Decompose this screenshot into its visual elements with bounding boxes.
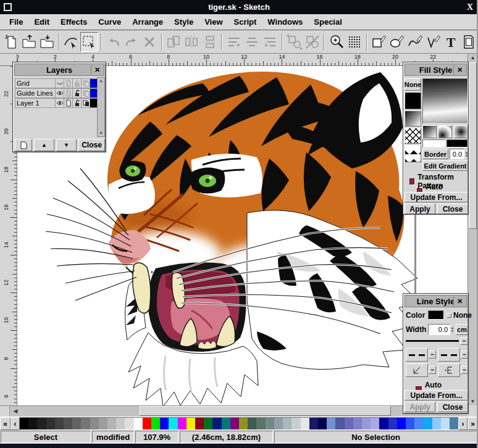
color-swatch[interactable] (64, 418, 72, 429)
lock-icon[interactable] (72, 78, 81, 88)
delete-button[interactable] (140, 32, 158, 52)
scroll-down-icon[interactable]: ▼ (469, 397, 477, 405)
color-swatch[interactable] (195, 418, 204, 429)
color-swatch[interactable] (116, 418, 125, 429)
line-close-button[interactable]: Close (437, 402, 468, 412)
window-close-button[interactable]: X (467, 2, 473, 12)
dash-pattern-dropdown-2[interactable]: – (461, 351, 468, 359)
undo-button[interactable] (104, 32, 122, 52)
gradient-start-color[interactable] (422, 139, 445, 147)
menu-special[interactable]: Special (308, 15, 348, 28)
layer-down-button[interactable]: ▼ (56, 139, 77, 151)
vertical-scrollbar-thumb[interactable] (469, 62, 477, 229)
color-swatch[interactable] (90, 418, 99, 429)
menu-style[interactable]: Style (169, 15, 199, 28)
group-button[interactable] (285, 32, 303, 52)
fill-style-close-icon[interactable]: ✕ (453, 65, 466, 75)
zoom-button[interactable] (327, 32, 345, 52)
color-swatch[interactable] (388, 418, 397, 429)
line-width-unit-button[interactable]: cm (456, 324, 468, 335)
lock-icon[interactable] (72, 88, 81, 98)
layers-panel-titlebar[interactable]: Layers ✕ (14, 64, 104, 76)
horizontal-scrollbar-track[interactable] (21, 406, 456, 417)
line-style-close-icon[interactable]: ✕ (453, 296, 466, 306)
color-swatch[interactable] (72, 418, 81, 429)
transform-pattern-checkbox[interactable] (409, 178, 414, 185)
fill-hatch-button[interactable] (405, 128, 421, 144)
fill-gradient-button[interactable] (405, 110, 421, 127)
layers-scrollbar[interactable]: ▲ ▼ (97, 77, 105, 137)
color-swatch[interactable] (362, 418, 371, 429)
print-page-icon[interactable] (64, 88, 72, 98)
palette-last-button[interactable]: » (468, 417, 478, 430)
visibility-eye-icon[interactable] (55, 78, 64, 88)
menu-curve[interactable]: Curve (93, 15, 127, 28)
gradient-end-color[interactable] (447, 139, 468, 147)
fill-tile-button[interactable] (405, 145, 421, 162)
visibility-eye-icon[interactable] (55, 98, 64, 108)
print-page-icon[interactable] (64, 78, 72, 88)
redo-button[interactable] (122, 32, 140, 52)
menu-script[interactable]: Script (229, 15, 262, 28)
color-swatch[interactable] (291, 418, 300, 429)
layer-row-guide-lines[interactable]: Guide Lines (15, 88, 98, 98)
horizontal-scrollbar[interactable]: ◀ ▶ (0, 405, 468, 417)
color-swatch[interactable] (379, 418, 388, 429)
layer-name[interactable]: Layer 1 (15, 98, 55, 108)
color-swatch[interactable] (230, 418, 239, 429)
color-swatch[interactable] (160, 418, 169, 429)
lock-icon[interactable] (72, 98, 81, 108)
layer-name[interactable]: Grid (15, 78, 55, 88)
radial-gradient-button[interactable] (454, 125, 468, 138)
color-swatch[interactable] (239, 418, 248, 429)
color-swatch[interactable] (169, 418, 177, 429)
create-text-button[interactable]: T (442, 32, 460, 52)
layers-panel-close-icon[interactable]: ✕ (91, 65, 103, 75)
menu-file[interactable]: File (4, 15, 28, 28)
menu-effects[interactable]: Effects (55, 15, 93, 28)
line-join-dropdown[interactable]: – (461, 366, 468, 374)
color-swatch[interactable] (423, 418, 432, 429)
border-width-field[interactable]: 0.0 (450, 149, 464, 159)
color-swatch[interactable] (327, 418, 335, 429)
color-swatch[interactable] (204, 418, 212, 429)
palette-first-button[interactable]: « (0, 417, 10, 430)
fill-style-titlebar[interactable]: Fill Style ✕ (405, 64, 467, 76)
scroll-down-icon[interactable]: ▼ (98, 130, 104, 136)
layers-close-button[interactable]: Close (78, 139, 105, 151)
color-swatch[interactable] (222, 418, 230, 429)
color-swatch[interactable] (143, 418, 151, 429)
color-swatch[interactable] (187, 418, 195, 429)
save-document-button[interactable] (38, 32, 56, 52)
color-swatch[interactable] (248, 418, 256, 429)
new-layer-button[interactable] (15, 139, 32, 151)
duplicate-button[interactable] (165, 32, 183, 52)
color-swatch[interactable] (46, 418, 55, 429)
create-polyline-button[interactable] (424, 32, 442, 52)
outline-icon[interactable] (81, 78, 90, 88)
create-rectangle-button[interactable] (370, 32, 388, 52)
scroll-up-icon[interactable]: ▲ (98, 78, 104, 84)
create-freehand-curve-button[interactable] (406, 32, 424, 52)
color-swatch[interactable] (450, 418, 458, 429)
fill-update-from-button[interactable]: Update From... (405, 192, 468, 202)
ungroup-button[interactable] (303, 32, 321, 52)
border-width-spinner[interactable]: ▲▼ (465, 149, 468, 159)
menu-arrange[interactable]: Arrange (127, 15, 169, 28)
align-bottom-button[interactable] (261, 32, 279, 52)
scroll-up-icon[interactable]: ▲ (469, 54, 477, 62)
color-swatch[interactable] (274, 418, 283, 429)
palette-next-button[interactable]: › (458, 417, 468, 430)
flip-vertical-button[interactable] (201, 32, 219, 52)
line-width-field[interactable]: 0.0 (428, 324, 450, 335)
layer-row-grid[interactable]: Grid (15, 78, 98, 88)
layer-row-layer-1[interactable]: Layer 1 (15, 98, 98, 108)
color-swatch[interactable] (212, 418, 221, 429)
color-swatch[interactable] (397, 418, 406, 429)
line-style-titlebar[interactable]: Line Style ✕ (405, 295, 467, 307)
color-swatch[interactable] (406, 418, 414, 429)
color-swatch[interactable] (151, 418, 160, 429)
menu-view[interactable]: View (199, 15, 228, 28)
color-swatch[interactable] (55, 418, 64, 429)
color-swatch[interactable] (353, 418, 362, 429)
